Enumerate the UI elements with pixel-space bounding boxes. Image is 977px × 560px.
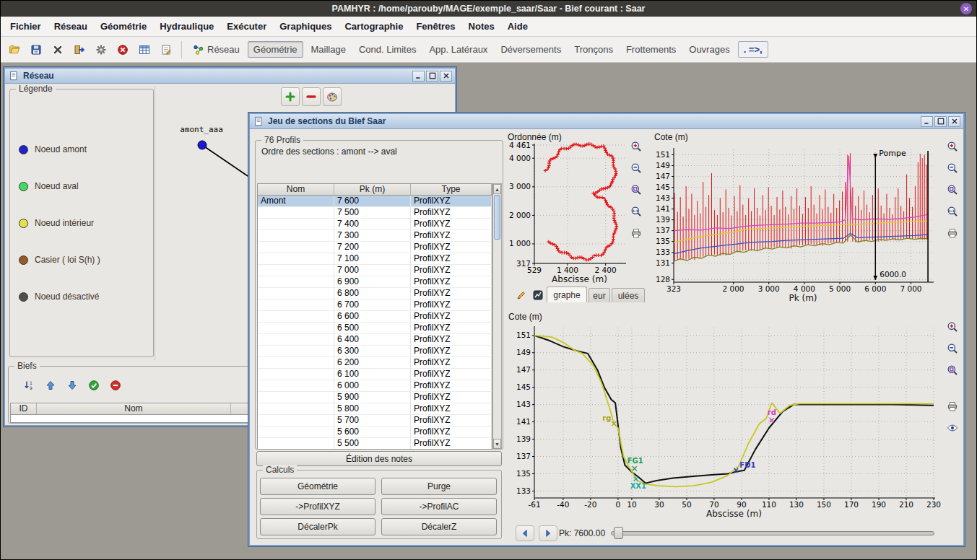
maximize-icon[interactable]	[934, 116, 947, 127]
pk-slider-track[interactable]	[611, 531, 934, 535]
zoom-1-1-button[interactable]: 1:1	[944, 203, 961, 220]
move-up-button[interactable]	[42, 377, 59, 394]
toolbar-button-frottements[interactable]: Frottements	[621, 42, 681, 57]
export-button[interactable]	[70, 40, 89, 59]
table-row[interactable]: 6 500ProfilXYZ	[258, 323, 492, 334]
table-row[interactable]: 7 000ProfilXYZ	[258, 265, 492, 276]
toolbar-button-ouvrages[interactable]: Ouvrages	[684, 42, 734, 57]
zoom-out-button[interactable]	[944, 159, 961, 177]
table-row[interactable]: 5 600ProfilXYZ	[258, 426, 492, 438]
table-row[interactable]: 7 400ProfilXYZ	[258, 219, 492, 230]
menu-fichier[interactable]: Fichier	[4, 21, 48, 32]
toolbar-button-geometrie[interactable]: Géométrie	[248, 41, 303, 58]
menu-notes[interactable]: Notes	[462, 21, 501, 32]
profils-column-nom[interactable]: Nom	[258, 184, 334, 195]
table-row[interactable]: 5 500ProfilXYZ	[258, 438, 492, 450]
scrollbar-thumb[interactable]	[494, 195, 500, 240]
app-close-button[interactable]: ✕	[960, 3, 972, 14]
settings-button[interactable]	[92, 40, 110, 59]
table-row[interactable]: 6 200ProfilXYZ	[258, 357, 492, 369]
sections-window-titlebar[interactable]: Jeu de sections du Bief Saar	[250, 114, 963, 129]
check-circle-button[interactable]	[85, 377, 103, 394]
detach-plot-button[interactable]	[531, 287, 544, 302]
save-button[interactable]	[27, 40, 45, 59]
zoom-in-button[interactable]	[628, 138, 645, 155]
close-icon[interactable]	[440, 71, 452, 82]
toolbar-button-item[interactable]: . =>,	[738, 41, 768, 58]
table-row[interactable]: 6 600ProfilXYZ	[258, 311, 492, 323]
table-row[interactable]: 7 100ProfilXYZ	[258, 253, 492, 265]
sort-down-button[interactable]: 19	[20, 377, 38, 394]
table-row[interactable]: 6 700ProfilXYZ	[258, 299, 492, 311]
menu-geometrie[interactable]: Géométrie	[94, 21, 153, 32]
menu-cartographie[interactable]: Cartographie	[338, 21, 409, 32]
reseau-window-titlebar[interactable]: Réseau	[5, 69, 455, 84]
notes-button[interactable]	[157, 40, 175, 59]
scroll-up-icon[interactable]: ▲	[493, 184, 501, 194]
menu-executer[interactable]: Exécuter	[220, 21, 273, 32]
menu-hydraulique[interactable]: Hydraulique	[153, 21, 220, 32]
calc-button-profilxyz[interactable]: ->ProfilXYZ	[260, 498, 375, 515]
open-button[interactable]	[5, 40, 24, 59]
node-amont[interactable]	[198, 141, 207, 149]
table-row[interactable]: 6 300ProfilXYZ	[258, 346, 492, 357]
zoom-out-button[interactable]	[628, 159, 645, 177]
table-row[interactable]: 7 300ProfilXYZ	[258, 230, 492, 242]
zoom-in-button[interactable]	[944, 318, 961, 336]
profils-column-pk-m[interactable]: Pk (m)	[334, 184, 411, 195]
toolbar-button-troncons[interactable]: Tronçons	[569, 42, 618, 57]
visibility-button[interactable]	[944, 419, 961, 437]
zoom-fit-button[interactable]	[944, 181, 961, 198]
table-row[interactable]: 6 400ProfilXYZ	[258, 334, 492, 346]
menu-graphiques[interactable]: Graphiques	[273, 21, 338, 32]
toolbar-button-reseau[interactable]: Réseau	[188, 42, 245, 58]
table-row[interactable]: 6 900ProfilXYZ	[258, 276, 492, 288]
tab-ulees[interactable]: ulées	[612, 288, 645, 302]
zoom-fit-button[interactable]	[944, 362, 961, 379]
minus-circle-button[interactable]	[107, 377, 124, 394]
profils-column-type[interactable]: Type	[411, 184, 492, 195]
minimize-icon[interactable]	[921, 116, 933, 127]
edit-notes-button[interactable]: Édition des notes	[256, 451, 502, 466]
table-row[interactable]: 7 500ProfilXYZ	[258, 207, 492, 219]
table-row[interactable]: 7 200ProfilXYZ	[258, 242, 492, 253]
menu-aide[interactable]: Aide	[501, 21, 534, 32]
table-row[interactable]: 6 100ProfilXYZ	[258, 369, 492, 380]
grid-button[interactable]	[135, 40, 154, 59]
zoom-fit-button[interactable]	[628, 181, 645, 198]
profils-scrollbar[interactable]: ▲ ▼	[492, 183, 502, 450]
table-row[interactable]: 5 900ProfilXYZ	[258, 392, 492, 403]
table-row[interactable]: 6 000ProfilXYZ	[258, 380, 492, 392]
biefs-column-id[interactable]: ID	[11, 403, 37, 414]
move-down-button[interactable]	[64, 377, 81, 394]
menu-reseau[interactable]: Réseau	[48, 21, 94, 32]
menu-fenetres[interactable]: Fenêtres	[409, 21, 461, 32]
print-button[interactable]	[944, 398, 961, 415]
scroll-down-icon[interactable]: ▼	[493, 439, 501, 449]
toolbar-button-maillage[interactable]: Maillage	[306, 42, 351, 57]
previous-section-button[interactable]	[516, 525, 534, 541]
calc-button-profilac[interactable]: ->ProfilAC	[381, 498, 497, 515]
close-icon[interactable]	[948, 116, 960, 127]
table-row[interactable]: 6 800ProfilXYZ	[258, 288, 492, 299]
calc-button-purge[interactable]: Purge	[381, 478, 497, 495]
tab-eur[interactable]: eur	[589, 288, 610, 302]
stop-button[interactable]	[113, 40, 132, 59]
cross-section-chart[interactable]: -61-40-200103050709011013015017019021023…	[508, 323, 941, 525]
zoom-in-button[interactable]	[944, 138, 961, 155]
maximize-icon[interactable]	[426, 71, 438, 82]
longitudinal-profile-chart[interactable]: 3232 0003 0004 0005 0006 0007 0001511491…	[652, 141, 944, 311]
toolbar-button-app-lateraux[interactable]: App. Latéraux	[424, 42, 492, 57]
next-section-button[interactable]	[539, 525, 557, 541]
calc-button-geometrie[interactable]: Géométrie	[260, 478, 375, 495]
table-row[interactable]: Amont7 600ProfilXYZ	[258, 196, 492, 207]
close-button[interactable]	[48, 40, 67, 59]
biefs-column-nom[interactable]: Nom	[37, 403, 231, 414]
table-row[interactable]: 5 700ProfilXYZ	[258, 415, 492, 426]
minimize-icon[interactable]	[412, 71, 425, 82]
zoom-out-button[interactable]	[944, 340, 961, 357]
table-row[interactable]: 5 800ProfilXYZ	[258, 403, 492, 415]
print-button[interactable]	[628, 224, 645, 242]
tab-graphe[interactable]: graphe	[547, 286, 587, 302]
edit-plot-button[interactable]	[514, 287, 529, 302]
